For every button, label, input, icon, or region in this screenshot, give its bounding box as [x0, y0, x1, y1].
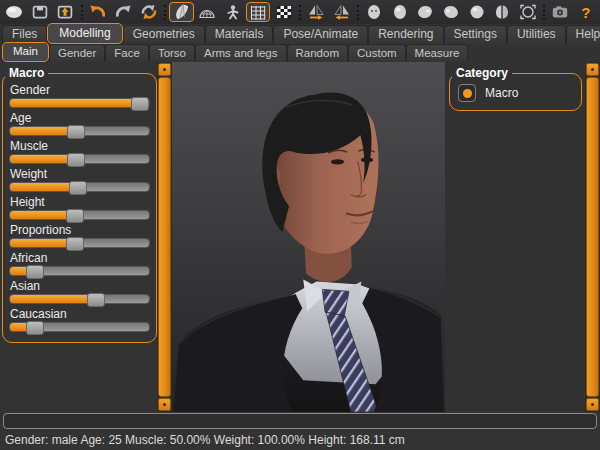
toolbar-button-texture[interactable]	[271, 2, 296, 22]
scrollbar-up-button[interactable]	[586, 63, 599, 76]
toolbar-button-view-front[interactable]	[362, 2, 387, 22]
slider-track[interactable]	[9, 294, 150, 304]
toolbar-button-view-right[interactable]	[439, 2, 464, 22]
status-bar: Gender: male Age: 25 Muscle: 50.00% Weig…	[0, 432, 600, 450]
slider-track[interactable]	[9, 266, 150, 276]
slider-handle[interactable]	[69, 181, 87, 195]
tab-settings[interactable]: Settings	[444, 25, 507, 44]
slider-handle[interactable]	[87, 293, 105, 307]
subtab-torso[interactable]: Torso	[149, 44, 195, 62]
tab-utilities[interactable]: Utilities	[507, 25, 566, 44]
scrollbar-right	[585, 62, 600, 412]
toolbar-button-symmetry-left[interactable]	[330, 2, 355, 22]
subtab-arms-and-legs[interactable]: Arms and legs	[195, 44, 287, 62]
view-back-icon	[390, 3, 410, 21]
scrollbar-down-button[interactable]	[586, 398, 599, 411]
texture-icon	[274, 3, 294, 21]
tab-modelling[interactable]: Modelling	[47, 23, 122, 44]
slider-fill	[10, 239, 74, 247]
toolbar-separator	[164, 5, 166, 20]
scrollbar-thumb[interactable]	[158, 77, 171, 397]
tab-help[interactable]: Help	[566, 25, 600, 44]
subtab-face[interactable]: Face	[105, 44, 149, 62]
tab-rendering[interactable]: Rendering	[368, 25, 443, 44]
slider-handle[interactable]	[131, 97, 149, 111]
radio-selected-icon	[458, 84, 476, 102]
slider-label: African	[10, 251, 150, 265]
scrollbar-down-button[interactable]	[158, 398, 171, 411]
scrollbar-thumb[interactable]	[586, 77, 599, 397]
undo-icon	[88, 3, 108, 21]
slider-handle[interactable]	[26, 265, 44, 279]
slider-handle[interactable]	[67, 125, 85, 139]
toolbar-button-grid[interactable]	[246, 2, 271, 22]
slider-label: Weight	[10, 167, 150, 181]
slider-track[interactable]	[9, 322, 150, 332]
grab-screenshot-icon	[550, 3, 570, 21]
slider-track[interactable]	[9, 210, 150, 220]
toolbar-button-grab-screenshot[interactable]	[548, 2, 573, 22]
slider-fill	[10, 183, 77, 191]
toolbar-button-view-top[interactable]	[464, 2, 489, 22]
view-right-icon	[441, 3, 461, 21]
reset-camera-icon	[518, 3, 538, 21]
slider-track[interactable]	[9, 126, 150, 136]
tab-materials[interactable]: Materials	[205, 25, 274, 44]
redo-icon	[113, 3, 133, 21]
pose-icon	[223, 3, 243, 21]
toolbar-button-view-left[interactable]	[413, 2, 438, 22]
subtab-main[interactable]: Main	[2, 42, 49, 62]
toolbar-button-smooth-shading[interactable]	[169, 2, 194, 22]
view-front-icon	[364, 3, 384, 21]
content-area: Macro Gender Age Muscle	[0, 62, 600, 412]
subtab-gender[interactable]: Gender	[49, 44, 105, 62]
slider-label: Asian	[10, 279, 150, 293]
toolbar-button-view-split[interactable]	[490, 2, 515, 22]
toolbar-button-reset-mesh[interactable]	[137, 2, 162, 22]
slider-track[interactable]	[9, 182, 150, 192]
progress-bar	[3, 413, 597, 429]
category-option-macro[interactable]: Macro	[456, 83, 575, 103]
slider-gender: Gender	[9, 83, 150, 108]
slider-fill	[10, 211, 74, 219]
human-model-scene	[172, 62, 445, 412]
slider-handle[interactable]	[66, 209, 84, 223]
smooth-shading-icon	[172, 3, 192, 21]
symmetry-right-icon	[306, 3, 326, 21]
toolbar-button-symmetry-right[interactable]	[304, 2, 329, 22]
subtab-random[interactable]: Random	[287, 44, 348, 62]
progress-row	[0, 412, 600, 432]
slider-age: Age	[9, 111, 150, 136]
toolbar-button-help[interactable]: ?	[573, 2, 598, 22]
slider-track[interactable]	[9, 238, 150, 248]
toolbar-button-wireframe[interactable]	[195, 2, 220, 22]
toolbar-button-redo[interactable]	[111, 2, 136, 22]
toolbar: ?	[0, 0, 600, 24]
slider-handle[interactable]	[66, 237, 84, 251]
slider-handle[interactable]	[26, 321, 44, 335]
toolbar-button-save[interactable]	[28, 2, 53, 22]
view-top-icon	[467, 3, 487, 21]
toolbar-button-pose[interactable]	[220, 2, 245, 22]
viewport-3d[interactable]	[172, 62, 445, 412]
slider-label: Gender	[10, 83, 150, 97]
slider-track[interactable]	[9, 98, 150, 108]
slider-label: Age	[10, 111, 150, 125]
grid-icon	[248, 3, 268, 21]
toolbar-button-view-back[interactable]	[388, 2, 413, 22]
makehuman-window: ? Files Modelling Geometries Materials P…	[0, 0, 600, 450]
scrollbar-up-button[interactable]	[158, 63, 171, 76]
subtab-custom[interactable]: Custom	[348, 44, 406, 62]
toolbar-button-load[interactable]	[53, 2, 78, 22]
slider-weight: Weight	[9, 167, 150, 192]
slider-track[interactable]	[9, 154, 150, 164]
tab-geometries[interactable]: Geometries	[123, 25, 205, 44]
subtab-measure[interactable]: Measure	[406, 44, 469, 62]
macro-group-title: Macro	[5, 66, 48, 80]
toolbar-button-reset-camera[interactable]	[515, 2, 540, 22]
slider-handle[interactable]	[67, 153, 85, 167]
toolbar-button-undo[interactable]	[86, 2, 111, 22]
symmetry-left-icon	[332, 3, 352, 21]
tab-pose-animate[interactable]: Pose/Animate	[273, 25, 368, 44]
toolbar-button-new-mesh[interactable]	[2, 2, 27, 22]
